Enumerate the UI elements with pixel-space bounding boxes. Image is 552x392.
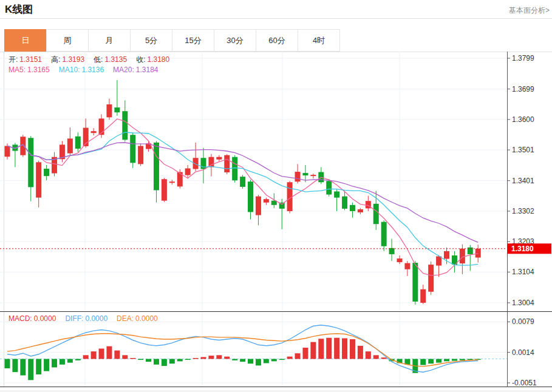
period-tabbar: 日周月5分15分30分60分4时: [4, 29, 340, 52]
main-grid: [0, 52, 552, 311]
ohlc-open-label: 开:: [9, 55, 18, 65]
ohlc-legend: 开:1.3151高:1.3193低:1.3135收:1.3180: [9, 55, 169, 65]
tab-60分[interactable]: 60分: [256, 29, 298, 52]
diff-legend-value: 0.0000: [85, 314, 107, 323]
tab-5分[interactable]: 5分: [130, 29, 172, 52]
price-tick-label: 1.3699: [512, 85, 534, 93]
tab-日[interactable]: 日: [4, 29, 47, 52]
tab-4时[interactable]: 4时: [298, 29, 340, 52]
ma5-legend-value: 1.3165: [27, 66, 50, 74]
current-price-tag: 1.3180: [511, 245, 534, 253]
macd-tick-label: 0.0079: [512, 317, 534, 326]
diff-legend: DIFF:0.0000: [65, 314, 107, 323]
ohlc-high-value: 1.3193: [62, 55, 84, 64]
ma-legend: MA5:1.3165MA10:1.3136MA20:1.3184: [9, 66, 158, 74]
macd-legend: MACD:0.0000: [9, 314, 56, 323]
macd-tick-label: 0.0014: [512, 348, 534, 357]
tab-周[interactable]: 周: [46, 29, 89, 52]
ohlc-close-label: 收:: [136, 55, 145, 65]
macd-grid: [0, 312, 507, 387]
main-price-axis: 1.37991.36991.36001.35011.34011.33021.32…: [507, 52, 534, 311]
fundamental-analysis-link[interactable]: 基本面分析>: [509, 5, 550, 16]
tab-30分[interactable]: 30分: [214, 29, 256, 52]
diff-line: [7, 325, 478, 372]
price-tick-label: 1.3600: [512, 115, 534, 124]
macd-tick-label: -0.0051: [512, 379, 537, 387]
macd-legend: MACD:0.0000DIFF:0.0000DEA:0.0000: [9, 314, 158, 323]
ohlc-open-value: 1.3151: [19, 55, 42, 64]
ohlc-high: 高:1.3193: [51, 55, 84, 65]
ma10-legend-value: 1.3136: [81, 66, 104, 74]
dea-legend: DEA:0.0000: [117, 314, 158, 323]
ohlc-close-value: 1.3180: [147, 55, 169, 64]
header-divider: [0, 18, 552, 19]
tab-月[interactable]: 月: [88, 29, 131, 52]
ohlc-low-label: 低:: [94, 55, 103, 65]
tab-15分[interactable]: 15分: [172, 29, 214, 52]
page-title: K线图: [5, 2, 33, 16]
price-tick-label: 1.3302: [512, 207, 534, 215]
macd-axis: 0.00790.0014-0.0051: [0, 311, 552, 391]
dea-legend-value: 0.0000: [135, 314, 158, 323]
ohlc-low: 低:1.3135: [94, 55, 127, 65]
ma20-legend: MA20:1.3184: [113, 66, 158, 74]
diff-legend-label: DIFF:: [65, 314, 83, 323]
ma5-legend-label: MA5:: [9, 66, 26, 74]
ma20-legend-value: 1.3184: [136, 66, 158, 74]
price-tick-label: 1.3501: [512, 146, 534, 154]
candlestick-series: [5, 80, 481, 305]
ma5-legend: MA5:1.3165: [9, 66, 50, 74]
price-tick-label: 1.3004: [512, 299, 534, 307]
ohlc-low-value: 1.3135: [104, 55, 127, 64]
macd-histogram: [5, 338, 481, 380]
ma10-line: [7, 132, 478, 265]
macd-legend-value: 0.0000: [34, 314, 56, 323]
price-tick-label: 1.3104: [512, 268, 534, 276]
ma10-legend: MA10:1.3136: [59, 66, 104, 74]
candlestick-chart: 1.37991.36991.36001.35011.34011.33021.32…: [0, 52, 552, 311]
ohlc-close: 收:1.3180: [136, 55, 169, 65]
dea-legend-label: DEA:: [117, 314, 134, 323]
ohlc-high-label: 高:: [51, 55, 60, 65]
macd-legend-label: MACD:: [9, 314, 32, 323]
ohlc-open: 开:1.3151: [9, 55, 42, 65]
macd-chart: 0.00790.0014-0.0051: [0, 311, 552, 392]
price-tick-label: 1.3401: [512, 177, 534, 185]
ma20-legend-label: MA20:: [113, 66, 134, 74]
kline-widget: K线图 基本面分析> 日周月5分15分30分60分4时 开:1.3151高:1.…: [0, 0, 552, 392]
ma10-legend-label: MA10:: [59, 66, 80, 74]
price-tick-label: 1.3799: [512, 54, 534, 63]
